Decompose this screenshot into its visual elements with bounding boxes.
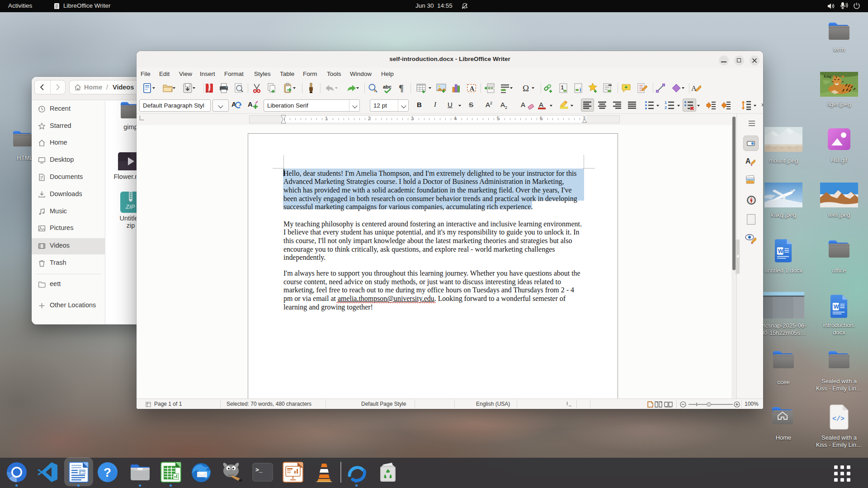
svg-text:A: A: [470, 85, 475, 92]
svg-text:</>: </>: [832, 415, 844, 423]
svg-text:i: i: [580, 87, 581, 93]
svg-text:>_: >_: [255, 467, 263, 474]
svg-text:2: 2: [665, 105, 667, 110]
svg-text:Ω: Ω: [523, 84, 529, 93]
svg-text:King: King: [824, 75, 831, 79]
svg-text:A: A: [248, 100, 253, 108]
svg-text:1: 1: [665, 100, 667, 105]
svg-text:?: ?: [104, 465, 111, 479]
svg-text:¶: ¶: [399, 83, 404, 93]
svg-text:ZiP: ZiP: [125, 203, 135, 210]
svg-text:A: A: [745, 157, 750, 165]
svg-text:1: 1: [561, 84, 564, 91]
